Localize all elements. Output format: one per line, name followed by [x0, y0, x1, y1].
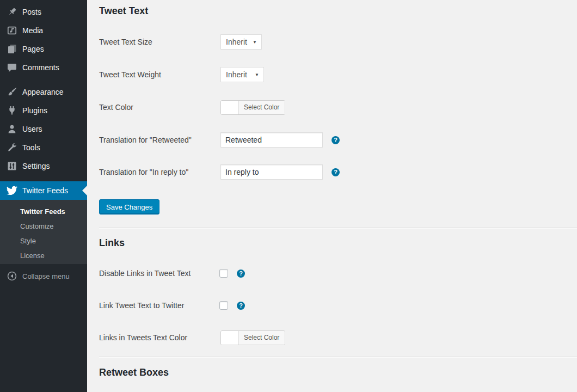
help-icon[interactable]	[237, 270, 245, 278]
field-row-link-tweet-text: Link Tweet Text to Twitter	[87, 298, 577, 313]
link-tweet-text-checkbox[interactable]	[219, 301, 228, 310]
twitter-bird-icon	[7, 185, 17, 196]
tweet-text-weight-select[interactable]: Inherit ▼	[220, 67, 264, 82]
admin-sidebar: Posts Media Pages Comments Appearance Pl…	[0, 0, 87, 392]
wrench-icon	[7, 142, 17, 153]
links-text-color-picker-button[interactable]: Select Color	[220, 330, 285, 345]
field-label: Text Color	[99, 103, 133, 112]
sidebar-item-label: Media	[22, 26, 43, 35]
twitter-feeds-submenu: Twitter Feeds Customize Style License	[0, 200, 87, 264]
sidebar-item-label: Posts	[22, 8, 41, 16]
sidebar-item-plugins[interactable]: Plugins	[0, 101, 87, 120]
brush-icon	[7, 87, 17, 97]
plug-icon	[7, 105, 17, 116]
submenu-item-license[interactable]: License	[0, 248, 87, 263]
translation-in-reply-to-input[interactable]	[220, 164, 323, 180]
sidebar-item-label: Plugins	[22, 106, 47, 115]
field-label: Tweet Text Weight	[99, 70, 161, 79]
submenu-item-customize[interactable]: Customize	[0, 219, 87, 234]
sidebar-item-label: Appearance	[22, 88, 64, 96]
field-row-links-text-color: Links in Tweets Text Color Select Color	[87, 330, 577, 345]
chevron-down-icon: ▼	[255, 72, 259, 77]
field-label: Links in Tweets Text Color	[99, 333, 187, 342]
user-icon	[7, 124, 17, 134]
section-divider	[99, 228, 577, 229]
select-color-label: Select Color	[238, 101, 285, 114]
field-row-text-color: Text Color Select Color	[87, 100, 577, 115]
help-icon[interactable]	[332, 168, 340, 176]
submenu-item-style[interactable]: Style	[0, 234, 87, 248]
disable-links-checkbox[interactable]	[219, 269, 228, 278]
sidebar-item-label: Users	[22, 125, 42, 133]
settings-content: Tweet Text Tweet Text Size Inherit ▼ Twe…	[87, 0, 577, 392]
field-label: Link Tweet Text to Twitter	[99, 301, 184, 310]
select-value: Inherit	[226, 38, 247, 46]
collapse-arrow-icon	[7, 271, 17, 281]
text-color-picker-button[interactable]: Select Color	[220, 100, 285, 115]
chevron-down-icon: ▼	[253, 40, 257, 45]
field-row-tweet-text-weight: Tweet Text Weight Inherit ▼	[87, 67, 577, 82]
sidebar-item-twitter-feeds[interactable]: Twitter Feeds	[0, 181, 87, 200]
translation-retweeted-input[interactable]	[220, 132, 323, 148]
sidebar-item-label: Twitter Feeds	[22, 186, 68, 195]
field-row-disable-links: Disable Links in Tweet Text	[87, 266, 577, 281]
color-swatch	[221, 101, 238, 114]
pin-icon	[7, 7, 17, 17]
sliders-icon	[7, 161, 17, 171]
color-swatch	[221, 331, 238, 345]
sidebar-item-label: Pages	[22, 45, 44, 53]
field-row-tweet-text-size: Tweet Text Size Inherit ▼	[87, 34, 577, 50]
sidebar-item-label: Tools	[22, 143, 40, 152]
section-title-tweet-text: Tweet Text	[99, 5, 148, 17]
active-menu-arrow	[82, 186, 87, 195]
field-label: Tweet Text Size	[99, 38, 152, 46]
section-title-retweet-boxes: Retweet Boxes	[99, 367, 169, 378]
submenu-item-twitter-feeds[interactable]: Twitter Feeds	[0, 204, 87, 219]
comment-icon	[7, 62, 17, 73]
field-row-translation-retweeted: Translation for "Retweeted"	[87, 132, 577, 148]
help-icon[interactable]	[237, 302, 245, 310]
sidebar-item-users[interactable]: Users	[0, 120, 87, 138]
sidebar-item-label: Comments	[22, 63, 59, 72]
field-label: Disable Links in Tweet Text	[99, 269, 191, 278]
field-row-translation-in-reply-to: Translation for "In reply to"	[87, 164, 577, 180]
help-icon[interactable]	[332, 136, 340, 144]
select-value: Inherit	[226, 70, 247, 79]
sidebar-item-settings[interactable]: Settings	[0, 157, 87, 175]
select-color-label: Select Color	[238, 331, 285, 345]
sidebar-item-comments[interactable]: Comments	[0, 58, 87, 77]
save-changes-button[interactable]: Save Changes	[99, 199, 159, 215]
sidebar-item-pages[interactable]: Pages	[0, 40, 87, 58]
collapse-menu-label: Collapse menu	[22, 272, 70, 280]
section-divider	[99, 357, 577, 358]
sidebar-item-appearance[interactable]: Appearance	[0, 83, 87, 101]
pages-icon	[7, 44, 17, 54]
field-label: Translation for "Retweeted"	[99, 136, 192, 144]
sidebar-item-media[interactable]: Media	[0, 21, 87, 40]
tweet-text-size-select[interactable]: Inherit ▼	[220, 34, 262, 50]
media-icon	[7, 25, 17, 36]
sidebar-item-posts[interactable]: Posts	[0, 3, 87, 21]
field-label: Translation for "In reply to"	[99, 168, 188, 176]
sidebar-item-tools[interactable]: Tools	[0, 138, 87, 157]
section-title-links: Links	[99, 237, 125, 249]
collapse-menu-button[interactable]: Collapse menu	[0, 267, 87, 285]
sidebar-item-label: Settings	[22, 162, 50, 170]
